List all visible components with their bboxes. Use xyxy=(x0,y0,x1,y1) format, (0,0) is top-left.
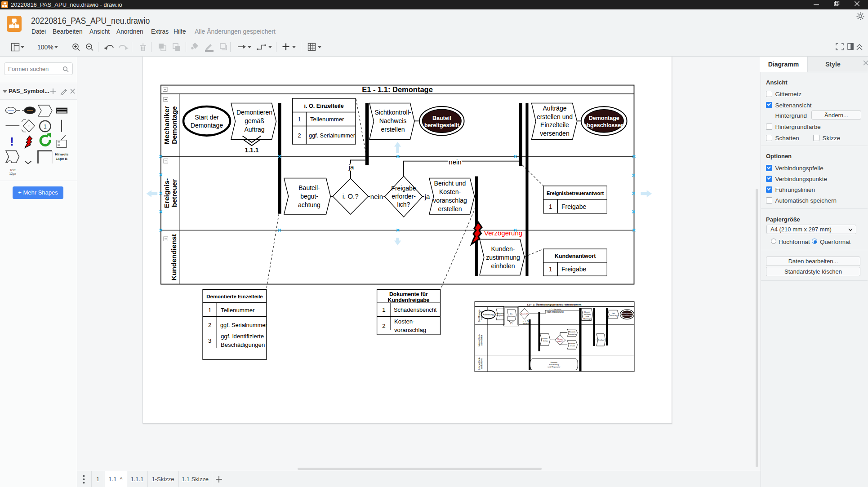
svg-text:1.1.1: 1.1.1 xyxy=(245,146,258,154)
svg-text:ersatz: ersatz xyxy=(570,345,575,347)
svg-text:bereitgestellt: bereitgestellt xyxy=(424,122,460,128)
svg-text:extern: extern xyxy=(523,323,529,325)
svg-text:Kundendienst: Kundendienst xyxy=(170,234,178,280)
svg-text:lich?: lich? xyxy=(397,201,410,208)
svg-text:ggf. Serialnummer: ggf. Serialnummer xyxy=(309,133,355,139)
svg-text:erstellen und: erstellen und xyxy=(537,113,573,120)
svg-text:erstellen: erstellen xyxy=(438,205,462,213)
svg-text:i. O. Einzelteile: i. O. Einzelteile xyxy=(304,103,344,109)
svg-text:rabel?: rabel? xyxy=(557,340,563,342)
svg-text:Freigabe: Freigabe xyxy=(391,185,416,192)
svg-text:Ereignisbetreuerantwort: Ereignisbetreuerantwort xyxy=(547,190,604,196)
svg-text:voranschlag: voranschlag xyxy=(394,327,426,333)
svg-text:achtung: achtung xyxy=(298,201,320,208)
svg-text:12px: 12px xyxy=(9,172,16,176)
svg-text:Testlauf: Testlauf xyxy=(597,339,605,341)
svg-text:ja: ja xyxy=(348,163,354,171)
svg-text:3: 3 xyxy=(208,337,211,344)
svg-text:1: 1 xyxy=(44,124,47,130)
svg-text:Kundenfreigabe: Kundenfreigabe xyxy=(388,297,430,303)
svg-text:Text: Text xyxy=(10,168,16,172)
svg-text:einsatzbereit: einsatzbereit xyxy=(622,314,633,316)
svg-text:Einzelteile: Einzelteile xyxy=(540,121,569,128)
svg-text:1: 1 xyxy=(208,307,211,314)
svg-text:14px B: 14px B xyxy=(56,157,67,161)
svg-text:Demontierte Einzelteile: Demontierte Einzelteile xyxy=(206,294,263,299)
svg-text:Start der: Start der xyxy=(195,114,219,121)
svg-text:Demontage: Demontage xyxy=(589,115,619,121)
svg-text:ggf. Serialnummer: ggf. Serialnummer xyxy=(220,322,267,328)
svg-text:E1 - 1.1: Demontage: E1 - 1.1: Demontage xyxy=(362,85,433,93)
svg-text:Hinweis: Hinweis xyxy=(55,152,69,156)
svg-text:nach Maßprüfung: nach Maßprüfung xyxy=(547,311,564,313)
svg-text:!: ! xyxy=(10,135,13,148)
svg-text:Sichtkontroll-: Sichtkontroll- xyxy=(375,109,411,116)
svg-text:Teilenummer: Teilenummer xyxy=(310,116,344,123)
svg-text:nein: nein xyxy=(449,158,461,166)
svg-text:2: 2 xyxy=(382,323,385,329)
svg-text:100%: 100% xyxy=(37,44,53,51)
svg-text:gemäß: gemäß xyxy=(245,117,264,124)
svg-text:Kunden-: Kunden- xyxy=(491,245,515,252)
svg-text:Demontieren: Demontieren xyxy=(236,109,272,116)
svg-text:Externe Fach-werkstätten: Externe Fach-werkstätten xyxy=(478,357,483,370)
svg-text:versenden: versenden xyxy=(540,130,569,137)
svg-text:Aufträge: Aufträge xyxy=(543,105,567,112)
svg-text:Bericht und: Bericht und xyxy=(434,180,466,187)
svg-text:montage: montage xyxy=(507,315,516,317)
svg-text:2: 2 xyxy=(208,322,211,328)
svg-text:Montage: Montage xyxy=(583,318,592,320)
svg-text:Interne Fach-werkstätten: Interne Fach-werkstätten xyxy=(478,334,483,346)
svg-text:Ereignis-betreuer: Ereignis-betreuer xyxy=(163,178,178,208)
svg-text:n. i. O.: n. i. O. xyxy=(523,320,529,323)
svg-text:Bauteil: Bauteil xyxy=(432,115,451,121)
svg-text:ggf. identifizierte: ggf. identifizierte xyxy=(221,333,264,340)
svg-text:voranschlag: voranschlag xyxy=(433,197,467,204)
svg-text:1: 1 xyxy=(549,203,552,210)
svg-text:reparatur: reparatur xyxy=(569,333,577,335)
svg-text:Teilenummer: Teilenummer xyxy=(221,307,255,314)
svg-text:Kosten-: Kosten- xyxy=(394,318,414,325)
svg-text:erstellen: erstellen xyxy=(381,126,405,133)
svg-text:Beschädigungen: Beschädigungen xyxy=(221,341,265,348)
svg-text:zustimmung: zustimmung xyxy=(486,254,520,261)
svg-text:Nachweis: Nachweis xyxy=(379,117,407,124)
svg-text:Dokumente für: Dokumente für xyxy=(389,291,428,297)
svg-text:begut-: begut- xyxy=(300,193,318,200)
svg-text:Anlieferung: Anlieferung xyxy=(483,314,494,316)
svg-text:Demontage: Demontage xyxy=(191,122,223,129)
svg-text:Kosten-: Kosten- xyxy=(439,188,461,195)
svg-text:Bauteil-: Bauteil- xyxy=(298,184,320,191)
svg-text:ja: ja xyxy=(424,193,430,200)
svg-text:MechanikerDemontage: MechanikerDemontage xyxy=(163,106,178,144)
svg-text:Freigabe: Freigabe xyxy=(561,266,586,273)
svg-text:i. O.?: i. O.? xyxy=(343,192,359,200)
svg-text:erforder-: erforder- xyxy=(392,193,416,200)
svg-text:Bauteil?: Bauteil? xyxy=(521,313,528,315)
svg-text:dung: dung xyxy=(543,340,548,342)
svg-text:E0 - 1: Überholungsprozess Hil: E0 - 1: Überholungsprozess Hilfstriebwer… xyxy=(527,303,582,306)
svg-text:Auftrag: Auftrag xyxy=(244,126,264,133)
svg-text:1: 1 xyxy=(298,116,301,123)
svg-text:nein: nein xyxy=(370,193,383,200)
svg-text:Kundenantwort: Kundenantwort xyxy=(555,253,596,259)
svg-text:Schadensbericht: Schadensbericht xyxy=(394,306,437,313)
svg-text:freierung: freierung xyxy=(610,314,618,317)
svg-text:und Reparatur: und Reparatur xyxy=(548,366,561,368)
svg-text:1.1: 1.1 xyxy=(510,323,513,325)
svg-text:abgeschlossen: abgeschlossen xyxy=(584,122,624,128)
svg-text:Freigabe: Freigabe xyxy=(561,203,586,210)
svg-text:Verzögerung: Verzögerung xyxy=(484,229,522,237)
svg-text:1: 1 xyxy=(549,266,552,273)
svg-text:i. O. Bauteile: i. O. Bauteile xyxy=(549,309,561,311)
svg-text:1: 1 xyxy=(382,306,385,313)
svg-text:2: 2 xyxy=(298,132,301,139)
svg-text:einholen: einholen xyxy=(491,262,515,270)
